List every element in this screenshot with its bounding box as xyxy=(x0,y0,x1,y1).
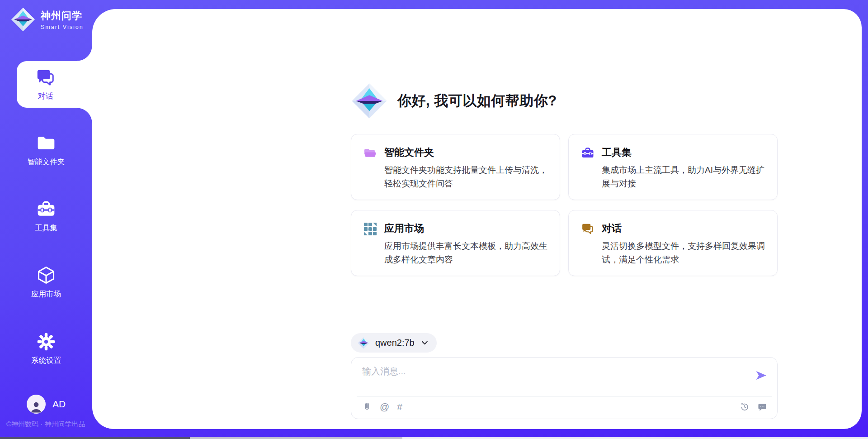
grid-icon xyxy=(363,222,377,236)
cube-icon xyxy=(36,265,56,285)
sidebar-item-label: 系统设置 xyxy=(31,356,61,366)
conversation-button[interactable] xyxy=(757,402,767,412)
card-smart-folder[interactable]: 智能文件夹 智能文件夹功能支持批量文件上传与清洗，轻松实现文件问答 xyxy=(351,134,560,200)
mention-button[interactable]: @ xyxy=(380,402,389,412)
sidebar-item-toolset[interactable]: 工具集 xyxy=(0,199,92,233)
chat-icon xyxy=(35,67,56,88)
card-title: 智能文件夹 xyxy=(384,146,547,159)
chevron-down-icon xyxy=(421,339,429,347)
chat-icon xyxy=(581,222,594,236)
message-input[interactable] xyxy=(362,365,751,392)
brand-subtitle: Smart Vision xyxy=(41,24,84,30)
feature-cards: 智能文件夹 智能文件夹功能支持批量文件上传与清洗，轻松实现文件问答 工具集 集成… xyxy=(351,134,778,276)
gear-icon xyxy=(36,332,56,352)
card-title: 应用市场 xyxy=(384,222,547,235)
sidebar-item-label: 对话 xyxy=(38,91,53,101)
briefcase-icon xyxy=(581,146,594,160)
card-chat[interactable]: 对话 灵活切换多模型文件，支持多样回复效果调试，满足个性化需求 xyxy=(568,210,778,276)
card-description: 智能文件夹功能支持批量文件上传与清洗，轻松实现文件问答 xyxy=(384,163,547,191)
history-button[interactable] xyxy=(740,402,750,412)
sidebar-item-app-market[interactable]: 应用市场 xyxy=(0,265,92,299)
brand-name: 神州问学 xyxy=(41,9,84,23)
greeting-text: 你好, 我可以如何帮助你? xyxy=(397,91,557,110)
hash-icon: # xyxy=(397,402,402,412)
avatar[interactable] xyxy=(27,395,46,414)
composer-tools-right xyxy=(740,402,767,412)
diamond-logo-icon xyxy=(358,337,370,349)
sidebar-item-chat[interactable]: 对话 xyxy=(17,61,92,108)
card-toolset[interactable]: 工具集 集成市场上主流工具，助力AI与外界无缝扩展与对接 xyxy=(568,134,778,200)
attach-file-button[interactable] xyxy=(362,402,372,412)
sidebar-item-smart-folder[interactable]: 智能文件夹 xyxy=(0,133,92,167)
copyright-text: ©神州数码 · 神州问学出品 xyxy=(6,420,85,429)
history-icon xyxy=(740,402,750,412)
person-icon xyxy=(29,400,43,414)
card-description: 集成市场上主流工具，助力AI与外界无缝扩展与对接 xyxy=(602,163,765,191)
composer-tools-left: @ # xyxy=(362,402,402,412)
greeting: 你好, 我可以如何帮助你? xyxy=(351,83,557,119)
card-description: 应用市场提供丰富长文本模板，助力高效生成多样化文章内容 xyxy=(384,239,547,267)
diamond-logo-icon xyxy=(351,83,387,119)
message-composer: @ # xyxy=(351,357,778,419)
user-row[interactable]: AD xyxy=(0,395,92,414)
card-title: 工具集 xyxy=(602,146,765,159)
card-app-market[interactable]: 应用市场 应用市场提供丰富长文本模板，助力高效生成多样化文章内容 xyxy=(351,210,560,276)
send-icon xyxy=(755,369,767,382)
card-description: 灵活切换多模型文件，支持多样回复效果调试，满足个性化需求 xyxy=(602,239,765,267)
diamond-logo-icon xyxy=(11,7,35,32)
folder-open-icon xyxy=(363,146,377,160)
model-name: qwen2:7b xyxy=(375,338,415,348)
card-title: 对话 xyxy=(602,222,765,235)
composer-divider xyxy=(357,396,772,397)
sidebar-item-label: 应用市场 xyxy=(31,289,61,299)
send-button[interactable] xyxy=(755,369,767,382)
at-icon: @ xyxy=(380,402,389,412)
briefcase-icon xyxy=(36,199,56,219)
hashtag-button[interactable]: # xyxy=(397,402,402,412)
paperclip-icon xyxy=(362,402,372,412)
brand: 神州问学 Smart Vision xyxy=(11,7,84,32)
user-name: AD xyxy=(52,399,66,410)
main-panel: 你好, 我可以如何帮助你? 智能文件夹 智能文件夹功能支持批量文件上传与清洗，轻… xyxy=(92,9,862,429)
horizontal-scrollbar[interactable] xyxy=(0,437,868,439)
chat-bubble-icon xyxy=(757,402,767,412)
sidebar-item-label: 工具集 xyxy=(35,223,57,233)
sidebar-item-settings[interactable]: 系统设置 xyxy=(0,332,92,366)
model-selector[interactable]: qwen2:7b xyxy=(351,333,437,353)
sidebar-item-label: 智能文件夹 xyxy=(28,157,65,167)
folder-icon xyxy=(36,133,56,153)
